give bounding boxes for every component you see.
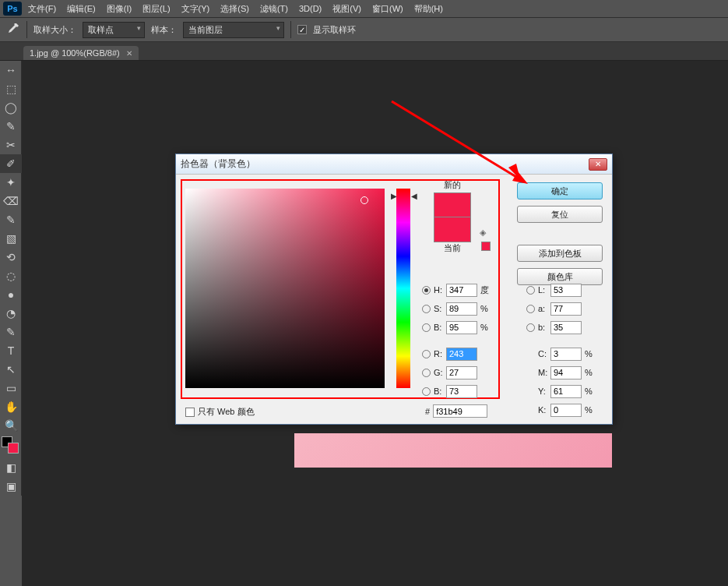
rgb-b-input[interactable] bbox=[446, 385, 477, 398]
tool-path[interactable]: ↖ bbox=[0, 360, 22, 379]
color-picker-dialog: 拾色器（背景色） ✕ ▶◀ 新的 当前 ◈ 确定 复位 添加到色板 颜色库 H:… bbox=[175, 154, 613, 425]
s-input[interactable] bbox=[446, 302, 477, 316]
divider bbox=[26, 21, 27, 38]
tool-eraser[interactable]: ⟲ bbox=[0, 248, 22, 267]
tool-quickmask[interactable]: ◧ bbox=[0, 458, 22, 477]
menu-layer[interactable]: 图层(L) bbox=[139, 2, 173, 16]
tool-brush[interactable]: ⌫ bbox=[0, 192, 22, 210]
tools-panel: ↔ ⬚ ◯ ✎ ✂ ✐ ✦ ⌫ ✎ ▧ ⟲ ◌ ● ◔ ✎ T ↖ ▭ ✋ 🔍 … bbox=[0, 61, 22, 496]
color-field-marker[interactable] bbox=[360, 196, 368, 204]
menu-view[interactable]: 视图(V) bbox=[329, 2, 364, 16]
color-field[interactable] bbox=[185, 189, 385, 388]
show-ring-label: 显示取样环 bbox=[313, 24, 356, 36]
new-color-swatch bbox=[434, 192, 471, 217]
hue-slider[interactable] bbox=[396, 189, 410, 388]
r-input[interactable] bbox=[446, 348, 477, 361]
tool-stamp[interactable]: ✎ bbox=[0, 210, 22, 229]
h-radio[interactable] bbox=[422, 286, 431, 295]
add-swatch-button[interactable]: 添加到色板 bbox=[517, 245, 603, 262]
color-swatches[interactable] bbox=[0, 435, 21, 458]
rgb-b-radio[interactable] bbox=[422, 387, 431, 396]
lab-b-radio[interactable] bbox=[526, 323, 535, 332]
tool-dodge[interactable]: ◔ bbox=[0, 304, 22, 323]
menu-select[interactable]: 选择(S) bbox=[217, 2, 252, 16]
tool-zoom[interactable]: 🔍 bbox=[0, 416, 22, 435]
tool-wand[interactable]: ✎ bbox=[0, 117, 22, 136]
app-logo: Ps bbox=[3, 2, 22, 16]
dialog-body: ▶◀ 新的 当前 ◈ 确定 复位 添加到色板 颜色库 H:度 S:% B:% R… bbox=[176, 175, 612, 424]
gamut-swatch[interactable] bbox=[481, 242, 491, 251]
document-tab-bar: 1.jpg @ 100%(RGB/8#) ✕ bbox=[0, 42, 728, 61]
g-radio[interactable] bbox=[422, 369, 431, 377]
dialog-titlebar[interactable]: 拾色器（背景色） ✕ bbox=[176, 154, 612, 175]
menu-edit[interactable]: 编辑(E) bbox=[64, 2, 99, 16]
sample-size-dropdown[interactable]: 取样点 bbox=[83, 22, 145, 38]
tool-eyedropper[interactable]: ✐ bbox=[0, 154, 22, 173]
y-input[interactable] bbox=[550, 385, 582, 398]
tool-history[interactable]: ▧ bbox=[0, 229, 22, 248]
sample-label: 样本： bbox=[151, 24, 177, 36]
menu-bar: Ps 文件(F) 编辑(E) 图像(I) 图层(L) 文字(Y) 选择(S) 滤… bbox=[0, 0, 728, 17]
gamut-warning-icon[interactable]: ◈ bbox=[480, 228, 486, 238]
menu-image[interactable]: 图像(I) bbox=[104, 2, 135, 16]
h-input[interactable] bbox=[446, 284, 477, 297]
reset-button[interactable]: 复位 bbox=[517, 206, 603, 223]
sample-dropdown[interactable]: 当前图层 bbox=[183, 22, 284, 38]
c-input[interactable] bbox=[550, 348, 582, 361]
tool-lasso[interactable]: ◯ bbox=[0, 98, 22, 117]
l-radio[interactable] bbox=[526, 286, 535, 295]
current-color-swatch[interactable] bbox=[434, 217, 471, 242]
menu-help[interactable]: 帮助(H) bbox=[411, 2, 446, 16]
eyedropper-icon bbox=[6, 23, 20, 37]
show-ring-checkbox[interactable]: ✓ bbox=[297, 25, 307, 34]
tool-screenmode[interactable]: ▣ bbox=[0, 477, 22, 496]
tool-hand[interactable]: ✋ bbox=[0, 397, 22, 416]
tool-crop[interactable]: ✂ bbox=[0, 136, 22, 154]
background-color[interactable] bbox=[8, 443, 19, 454]
web-only-label: 只有 Web 颜色 bbox=[198, 406, 255, 418]
lab-b-input[interactable] bbox=[550, 321, 582, 334]
menu-3d[interactable]: 3D(D) bbox=[296, 2, 325, 15]
menu-type[interactable]: 文字(Y) bbox=[178, 2, 213, 16]
dialog-title: 拾色器（背景色） bbox=[181, 157, 255, 171]
tool-marquee[interactable]: ⬚ bbox=[0, 79, 22, 98]
menu-window[interactable]: 窗口(W) bbox=[369, 2, 406, 16]
document-tab[interactable]: 1.jpg @ 100%(RGB/8#) ✕ bbox=[23, 46, 139, 60]
m-input[interactable] bbox=[550, 366, 582, 379]
a-input[interactable] bbox=[550, 302, 582, 316]
web-only-checkbox[interactable] bbox=[185, 408, 195, 417]
sample-size-label: 取样大小： bbox=[33, 24, 76, 36]
new-color-label: 新的 bbox=[425, 179, 480, 191]
a-radio[interactable] bbox=[526, 305, 535, 313]
ok-button[interactable]: 确定 bbox=[517, 182, 603, 199]
tool-gradient[interactable]: ◌ bbox=[0, 267, 22, 285]
hex-label: # bbox=[425, 407, 430, 416]
tool-move[interactable]: ↔ bbox=[0, 61, 22, 79]
b-radio[interactable] bbox=[422, 323, 431, 332]
tool-blur[interactable]: ● bbox=[0, 285, 22, 304]
b-input[interactable] bbox=[446, 321, 477, 334]
options-bar: 取样大小： 取样点 样本： 当前图层 ✓ 显示取样环 bbox=[0, 17, 728, 42]
k-input[interactable] bbox=[550, 404, 582, 417]
hex-input[interactable] bbox=[433, 404, 487, 418]
tab-title: 1.jpg @ 100%(RGB/8#) bbox=[30, 48, 120, 58]
canvas-content bbox=[294, 433, 612, 468]
g-input[interactable] bbox=[446, 366, 477, 379]
menu-filter[interactable]: 滤镜(T) bbox=[257, 2, 291, 16]
tool-type[interactable]: T bbox=[0, 341, 22, 360]
dialog-close-button[interactable]: ✕ bbox=[589, 158, 607, 171]
divider bbox=[290, 21, 291, 38]
tool-heal[interactable]: ✦ bbox=[0, 173, 22, 192]
menu-file[interactable]: 文件(F) bbox=[25, 2, 59, 16]
r-radio[interactable] bbox=[422, 350, 431, 358]
tool-pen[interactable]: ✎ bbox=[0, 323, 22, 341]
l-input[interactable] bbox=[550, 284, 582, 297]
close-icon[interactable]: ✕ bbox=[126, 49, 132, 58]
current-color-label: 当前 bbox=[425, 242, 480, 254]
s-radio[interactable] bbox=[422, 305, 431, 313]
tool-shape[interactable]: ▭ bbox=[0, 379, 22, 397]
